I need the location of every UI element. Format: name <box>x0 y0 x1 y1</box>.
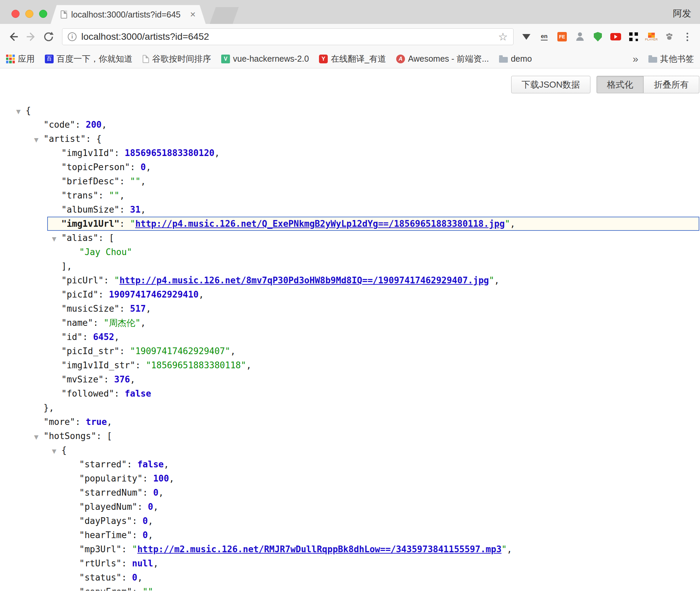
json-url-link[interactable]: http://m2.music.126.net/RMJR7wDullRqppBk… <box>137 544 501 554</box>
bookmark-item[interactable]: 百百度一下，你就知道 <box>45 53 133 64</box>
zoom-window-button[interactable] <box>39 10 47 18</box>
extension-youtube-icon[interactable] <box>609 29 622 44</box>
folder-icon <box>648 57 657 63</box>
json-line[interactable]: "picId": 19097417462929410, <box>0 287 700 302</box>
vue-icon: V <box>221 55 230 63</box>
bookmark-label: 在线翻译_有道 <box>331 53 386 64</box>
json-line[interactable]: ], <box>0 259 700 273</box>
json-line[interactable]: "followed": false <box>0 386 700 401</box>
collapse-toggle-icon[interactable]: ▼ <box>34 133 43 147</box>
json-line[interactable]: "picId_str": "19097417462929407", <box>0 344 700 358</box>
refresh-button[interactable] <box>40 28 57 45</box>
back-arrow-icon <box>8 31 19 42</box>
extension-player-icon[interactable]: PLAYER <box>645 29 658 44</box>
url-text[interactable]: localhost:3000/artists?id=6452 <box>81 31 493 42</box>
json-line[interactable]: "playedNum": 0, <box>0 500 700 514</box>
bookmark-item[interactable]: AAwesomes - 前端资... <box>396 53 489 64</box>
bookmark-item[interactable]: demo <box>499 54 532 64</box>
json-line[interactable]: "picUrl": "http://p4.music.126.net/8mv7q… <box>0 273 700 287</box>
json-line[interactable]: "popularity": 100, <box>0 471 700 486</box>
json-line[interactable]: "briefDesc": "", <box>0 174 700 188</box>
forward-arrow-icon <box>25 31 37 42</box>
browser-menu-icon[interactable] <box>680 29 694 44</box>
collapse-all-button[interactable]: 折叠所有 <box>644 76 699 93</box>
profile-name[interactable]: 阿发 <box>673 7 691 20</box>
json-viewer: ▼{"code": 200,▼"artist": {"img1v1Id": 18… <box>0 68 700 591</box>
bookmark-item[interactable]: 谷歌按时间排序 <box>143 53 211 64</box>
json-line[interactable]: "mvSize": 376, <box>0 372 700 386</box>
bookmark-item[interactable]: Y在线翻译_有道 <box>319 53 386 64</box>
bookmarks-bar: 应用百百度一下，你就知道谷歌按时间排序Vvue-hackernews-2.0Y在… <box>0 50 700 68</box>
youdao-icon: Y <box>319 55 328 63</box>
bookmark-label: demo <box>511 54 532 64</box>
bookmark-item[interactable]: 应用 <box>6 53 35 64</box>
new-tab-button[interactable] <box>210 7 239 24</box>
json-line[interactable]: "status": 0, <box>0 570 700 585</box>
other-bookmarks-folder[interactable]: 其他书签 <box>648 53 694 64</box>
close-window-button[interactable] <box>11 10 20 18</box>
json-line[interactable]: "img1v1Url": "http://p4.music.126.net/Q_… <box>47 217 699 231</box>
page-favicon-icon <box>61 10 67 19</box>
json-line[interactable]: "id": 6452, <box>0 330 700 344</box>
json-url-link[interactable]: http://p4.music.126.net/Q_ExePNkmgB2yWyL… <box>135 219 505 229</box>
json-line[interactable]: "hearTime": 0, <box>0 528 700 542</box>
json-line[interactable]: "more": true, <box>0 415 700 429</box>
address-bar[interactable]: i localhost:3000/artists?id=6452 ☆ <box>62 28 514 45</box>
json-line[interactable]: "name": "周杰伦", <box>0 316 700 330</box>
json-line[interactable]: "copyFrom": "", <box>0 585 700 591</box>
browser-tab[interactable]: localhost:3000/artists?id=645 × <box>51 5 206 24</box>
download-json-button[interactable]: 下载JSON数据 <box>511 76 590 93</box>
json-line[interactable]: "musicSize": 517, <box>0 302 700 316</box>
collapse-toggle-icon[interactable]: ▼ <box>52 444 61 458</box>
json-line[interactable]: "topicPerson": 0, <box>0 160 700 174</box>
json-line[interactable]: "starred": false, <box>0 457 700 471</box>
extension-fe-icon[interactable]: FE <box>555 29 569 44</box>
page-icon <box>143 55 149 63</box>
baidu-icon: 百 <box>45 55 54 63</box>
bookmark-label: vue-hackernews-2.0 <box>233 54 309 64</box>
extension-shield-icon[interactable] <box>591 29 605 44</box>
json-line[interactable]: "rtUrls": null, <box>0 556 700 570</box>
json-line[interactable]: "Jay Chou" <box>0 245 700 259</box>
json-line[interactable]: "img1v1Id_str": "18569651883380118", <box>0 358 700 372</box>
back-button[interactable] <box>5 28 22 45</box>
other-bookmarks-label: 其他书签 <box>660 53 694 64</box>
tab-strip: localhost:3000/artists?id=645 × 阿发 <box>0 0 700 24</box>
refresh-icon <box>43 31 54 42</box>
json-line[interactable]: ▼"artist": { <box>0 132 700 146</box>
json-line[interactable]: "dayPlays": 0, <box>0 514 700 528</box>
tab-close-icon[interactable]: × <box>190 10 196 19</box>
extension-filter-icon[interactable] <box>520 29 533 44</box>
extension-translate-icon[interactable]: en <box>537 29 551 44</box>
json-line[interactable]: "starredNum": 0, <box>0 486 700 500</box>
json-line[interactable]: "trans": "", <box>0 188 700 203</box>
bookmark-label: 百度一下，你就知道 <box>57 53 133 64</box>
json-line[interactable]: }, <box>0 401 700 415</box>
json-line[interactable]: ▼"hotSongs": [ <box>0 429 700 443</box>
bookmark-items: 应用百百度一下，你就知道谷歌按时间排序Vvue-hackernews-2.0Y在… <box>6 53 532 64</box>
json-line[interactable]: ▼{ <box>0 103 700 118</box>
site-info-icon[interactable]: i <box>68 32 77 41</box>
bookmarks-overflow-icon[interactable]: » <box>633 53 638 65</box>
json-line[interactable]: "img1v1Id": 18569651883380120, <box>0 146 700 160</box>
json-url-link[interactable]: http://p4.music.126.net/8mv7qP30Pd3oHW8b… <box>119 275 489 285</box>
collapse-toggle-icon[interactable]: ▼ <box>16 104 26 119</box>
json-toolbar: 下载JSON数据 格式化 折叠所有 <box>511 76 699 93</box>
extension-qr-icon[interactable] <box>627 29 640 44</box>
extension-paw-icon[interactable] <box>663 29 676 44</box>
collapse-toggle-icon[interactable]: ▼ <box>52 232 61 246</box>
forward-button[interactable] <box>22 28 40 45</box>
folder-icon <box>499 57 508 63</box>
collapse-toggle-icon[interactable]: ▼ <box>34 430 43 444</box>
json-line[interactable]: "mp3Url": "http://m2.music.126.net/RMJR7… <box>0 542 700 556</box>
extension-profile-icon[interactable] <box>573 29 587 44</box>
browser-window: localhost:3000/artists?id=645 × 阿发 <box>0 0 700 591</box>
json-line[interactable]: ▼"alias": [ <box>0 231 700 245</box>
bookmark-item[interactable]: Vvue-hackernews-2.0 <box>221 54 309 64</box>
format-button[interactable]: 格式化 <box>596 76 644 93</box>
json-line[interactable]: "code": 200, <box>0 118 700 132</box>
bookmark-star-icon[interactable]: ☆ <box>498 31 508 42</box>
json-line[interactable]: "albumSize": 31, <box>0 203 700 217</box>
minimize-window-button[interactable] <box>25 10 33 18</box>
json-line[interactable]: ▼{ <box>0 443 700 457</box>
